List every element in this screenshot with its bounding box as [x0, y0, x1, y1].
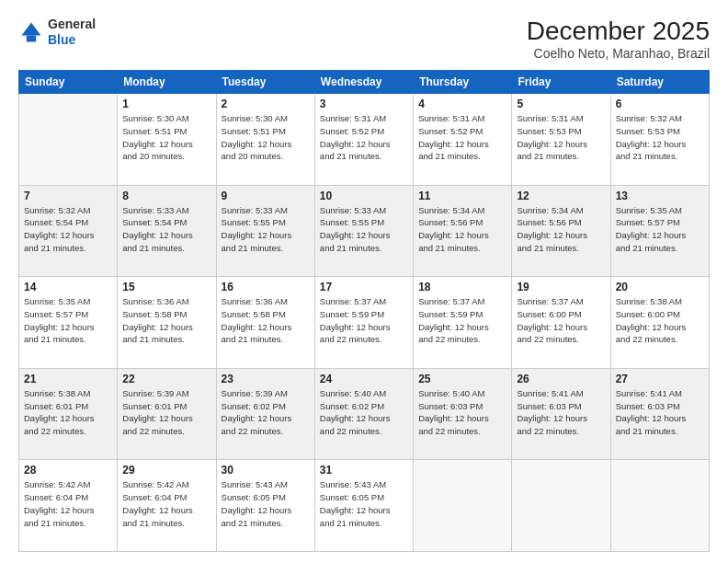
calendar-cell [512, 460, 610, 552]
day-number: 31 [320, 464, 408, 477]
day-info: Sunrise: 5:31 AM Sunset: 5:53 PM Dayligh… [517, 112, 605, 163]
logo-icon [18, 19, 44, 45]
day-info: Sunrise: 5:33 AM Sunset: 5:55 PM Dayligh… [320, 204, 408, 255]
calendar-cell: 13Sunrise: 5:35 AM Sunset: 5:57 PM Dayli… [610, 185, 709, 277]
day-number: 15 [122, 281, 210, 293]
day-info: Sunrise: 5:37 AM Sunset: 5:59 PM Dayligh… [418, 295, 506, 346]
day-info: Sunrise: 5:42 AM Sunset: 6:04 PM Dayligh… [24, 478, 112, 529]
day-number: 25 [418, 373, 506, 385]
day-info: Sunrise: 5:43 AM Sunset: 6:05 PM Dayligh… [320, 478, 408, 529]
logo-blue: Blue [48, 32, 75, 47]
day-number: 20 [616, 281, 704, 293]
calendar-row-0: 1Sunrise: 5:30 AM Sunset: 5:51 PM Daylig… [19, 94, 710, 186]
calendar-header-sunday: Sunday [19, 71, 118, 94]
day-info: Sunrise: 5:35 AM Sunset: 5:57 PM Dayligh… [616, 204, 704, 255]
day-info: Sunrise: 5:40 AM Sunset: 6:03 PM Dayligh… [418, 387, 506, 438]
calendar-cell: 2Sunrise: 5:30 AM Sunset: 5:51 PM Daylig… [216, 94, 314, 186]
calendar-cell: 28Sunrise: 5:42 AM Sunset: 6:04 PM Dayli… [19, 460, 118, 552]
day-number: 26 [517, 373, 605, 385]
day-number: 19 [517, 281, 605, 293]
day-info: Sunrise: 5:36 AM Sunset: 5:58 PM Dayligh… [122, 295, 210, 346]
day-number: 17 [320, 281, 408, 293]
calendar-cell: 11Sunrise: 5:34 AM Sunset: 5:56 PM Dayli… [414, 185, 512, 277]
svg-marker-0 [22, 22, 41, 35]
day-info: Sunrise: 5:41 AM Sunset: 6:03 PM Dayligh… [517, 387, 605, 438]
calendar-cell [610, 460, 709, 552]
day-info: Sunrise: 5:33 AM Sunset: 5:54 PM Dayligh… [122, 204, 210, 255]
calendar-cell: 21Sunrise: 5:38 AM Sunset: 6:01 PM Dayli… [19, 368, 118, 460]
calendar-cell [19, 94, 118, 186]
calendar-cell: 6Sunrise: 5:32 AM Sunset: 5:53 PM Daylig… [610, 94, 709, 186]
day-number: 13 [616, 190, 704, 202]
day-number: 27 [616, 373, 704, 385]
calendar-header-saturday: Saturday [610, 71, 709, 94]
day-info: Sunrise: 5:43 AM Sunset: 6:05 PM Dayligh… [222, 478, 310, 529]
main-title: December 2025 [527, 17, 710, 46]
calendar-cell: 16Sunrise: 5:36 AM Sunset: 5:58 PM Dayli… [216, 277, 314, 369]
calendar-cell: 12Sunrise: 5:34 AM Sunset: 5:56 PM Dayli… [512, 185, 610, 277]
calendar-row-1: 7Sunrise: 5:32 AM Sunset: 5:54 PM Daylig… [19, 185, 710, 277]
calendar-cell: 27Sunrise: 5:41 AM Sunset: 6:03 PM Dayli… [610, 368, 709, 460]
day-number: 16 [222, 281, 310, 293]
calendar-header-tuesday: Tuesday [216, 71, 314, 94]
day-number: 21 [24, 373, 112, 385]
calendar-header-wednesday: Wednesday [314, 71, 413, 94]
day-number: 1 [122, 98, 210, 110]
day-info: Sunrise: 5:30 AM Sunset: 5:51 PM Dayligh… [122, 112, 210, 163]
day-number: 3 [320, 98, 408, 110]
day-number: 18 [418, 281, 506, 293]
svg-rect-1 [27, 35, 37, 41]
calendar-cell: 1Sunrise: 5:30 AM Sunset: 5:51 PM Daylig… [118, 94, 216, 186]
day-number: 4 [418, 98, 506, 110]
day-info: Sunrise: 5:38 AM Sunset: 6:00 PM Dayligh… [616, 295, 704, 346]
day-info: Sunrise: 5:39 AM Sunset: 6:02 PM Dayligh… [222, 387, 310, 438]
calendar-cell: 4Sunrise: 5:31 AM Sunset: 5:52 PM Daylig… [414, 94, 512, 186]
logo: General Blue [18, 17, 96, 48]
calendar-cell: 9Sunrise: 5:33 AM Sunset: 5:55 PM Daylig… [216, 185, 314, 277]
day-info: Sunrise: 5:37 AM Sunset: 6:00 PM Dayligh… [517, 295, 605, 346]
day-info: Sunrise: 5:34 AM Sunset: 5:56 PM Dayligh… [517, 204, 605, 255]
calendar-cell: 14Sunrise: 5:35 AM Sunset: 5:57 PM Dayli… [19, 277, 118, 369]
calendar-cell: 22Sunrise: 5:39 AM Sunset: 6:01 PM Dayli… [118, 368, 216, 460]
day-info: Sunrise: 5:30 AM Sunset: 5:51 PM Dayligh… [222, 112, 310, 163]
day-number: 6 [616, 98, 704, 110]
calendar-cell: 25Sunrise: 5:40 AM Sunset: 6:03 PM Dayli… [414, 368, 512, 460]
calendar-cell: 29Sunrise: 5:42 AM Sunset: 6:04 PM Dayli… [118, 460, 216, 552]
day-info: Sunrise: 5:35 AM Sunset: 5:57 PM Dayligh… [24, 295, 112, 346]
day-number: 7 [24, 190, 112, 202]
calendar-row-4: 28Sunrise: 5:42 AM Sunset: 6:04 PM Dayli… [19, 460, 710, 552]
day-info: Sunrise: 5:41 AM Sunset: 6:03 PM Dayligh… [616, 387, 704, 438]
calendar-cell: 18Sunrise: 5:37 AM Sunset: 5:59 PM Dayli… [414, 277, 512, 369]
day-number: 9 [222, 190, 310, 202]
day-number: 11 [418, 190, 506, 202]
day-number: 2 [222, 98, 310, 110]
day-number: 8 [122, 190, 210, 202]
calendar-cell: 3Sunrise: 5:31 AM Sunset: 5:52 PM Daylig… [314, 94, 413, 186]
subtitle: Coelho Neto, Maranhao, Brazil [527, 46, 710, 61]
day-number: 23 [222, 373, 310, 385]
calendar-cell [414, 460, 512, 552]
logo-general: General [48, 17, 96, 31]
day-number: 24 [320, 373, 408, 385]
logo-text: General Blue [48, 17, 96, 48]
day-info: Sunrise: 5:31 AM Sunset: 5:52 PM Dayligh… [418, 112, 506, 163]
calendar-cell: 15Sunrise: 5:36 AM Sunset: 5:58 PM Dayli… [118, 277, 216, 369]
page: General Blue December 2025 Coelho Neto, … [0, 0, 728, 563]
calendar-cell: 10Sunrise: 5:33 AM Sunset: 5:55 PM Dayli… [314, 185, 413, 277]
day-number: 30 [222, 464, 310, 477]
day-info: Sunrise: 5:32 AM Sunset: 5:54 PM Dayligh… [24, 204, 112, 255]
calendar-row-2: 14Sunrise: 5:35 AM Sunset: 5:57 PM Dayli… [19, 277, 710, 369]
calendar-cell: 31Sunrise: 5:43 AM Sunset: 6:05 PM Dayli… [314, 460, 413, 552]
day-number: 28 [24, 464, 112, 477]
calendar-cell: 5Sunrise: 5:31 AM Sunset: 5:53 PM Daylig… [512, 94, 610, 186]
calendar-cell: 23Sunrise: 5:39 AM Sunset: 6:02 PM Dayli… [216, 368, 314, 460]
day-info: Sunrise: 5:31 AM Sunset: 5:52 PM Dayligh… [320, 112, 408, 163]
calendar-cell: 20Sunrise: 5:38 AM Sunset: 6:00 PM Dayli… [610, 277, 709, 369]
calendar-header-thursday: Thursday [414, 71, 512, 94]
day-info: Sunrise: 5:38 AM Sunset: 6:01 PM Dayligh… [24, 387, 112, 438]
calendar-cell: 19Sunrise: 5:37 AM Sunset: 6:00 PM Dayli… [512, 277, 610, 369]
calendar-cell: 30Sunrise: 5:43 AM Sunset: 6:05 PM Dayli… [216, 460, 314, 552]
day-number: 12 [517, 190, 605, 202]
header: General Blue December 2025 Coelho Neto, … [18, 17, 710, 61]
day-info: Sunrise: 5:40 AM Sunset: 6:02 PM Dayligh… [320, 387, 408, 438]
